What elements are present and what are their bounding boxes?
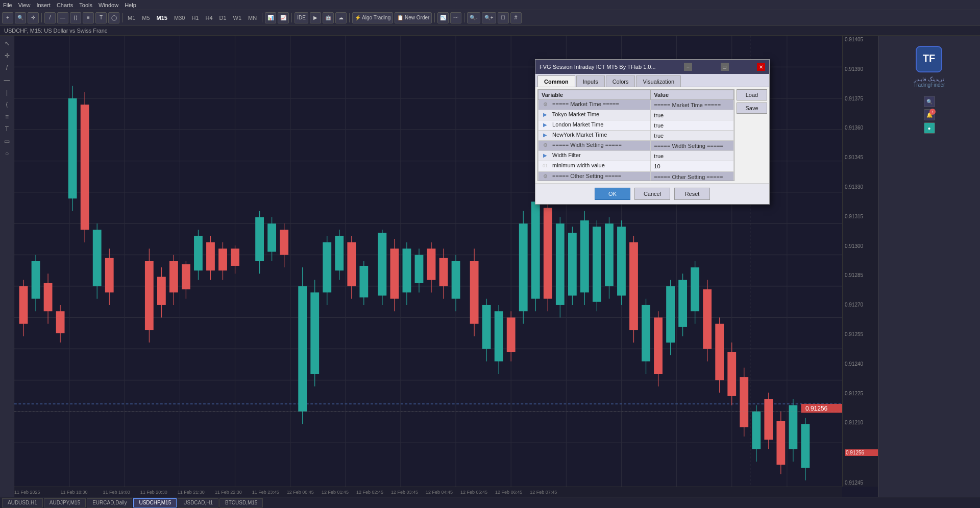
- ellipse-draw-tool[interactable]: ○: [2, 148, 13, 159]
- svg-rect-99: [507, 318, 516, 352]
- ide-btn[interactable]: IDE: [295, 12, 308, 23]
- tab-audusd-h1[interactable]: AUDUSD,H1: [2, 498, 43, 507]
- channel-draw-tool[interactable]: ⟨: [2, 99, 13, 110]
- search-icon-btn[interactable]: 🔍: [924, 96, 935, 107]
- text-draw-tool[interactable]: T: [2, 123, 13, 135]
- chart-area[interactable]: 0.91256 11 Feb 2025 11 Feb 18:30 11 Feb …: [14, 36, 878, 497]
- tf-m1[interactable]: M1: [125, 13, 138, 23]
- variables-table: Variable Value ⚙ ===== M: [538, 90, 734, 181]
- tf-m15[interactable]: M15: [154, 13, 170, 23]
- svg-rect-87: [427, 248, 436, 280]
- menu-view[interactable]: View: [18, 2, 31, 8]
- time-label-0: 11 Feb 2025: [14, 490, 40, 495]
- tab-btcusd-m15[interactable]: BTCUSD,M15: [219, 498, 263, 507]
- dialog-maximize-btn[interactable]: □: [721, 63, 729, 71]
- time-label-3: 11 Feb 20:30: [140, 490, 167, 495]
- branding-arabic: تریدینگ فایندر: [914, 77, 944, 82]
- svg-rect-51: [182, 264, 190, 289]
- line-tool-btn[interactable]: /: [44, 12, 56, 23]
- tab-visualization[interactable]: Visualization: [636, 75, 681, 87]
- cancel-button[interactable]: Cancel: [634, 188, 670, 200]
- tf-m30[interactable]: M30: [172, 13, 187, 23]
- variables-table-wrapper[interactable]: Variable Value ⚙ ===== M: [537, 89, 734, 181]
- new-order-btn[interactable]: 📋 New Order: [395, 12, 432, 23]
- notification-icon-btn[interactable]: 🔔 !: [924, 109, 935, 120]
- load-button[interactable]: Load: [737, 89, 767, 100]
- tab-eurcad-daily[interactable]: EURCAD,Daily: [87, 498, 132, 507]
- col-value: Value: [651, 90, 734, 100]
- tab-usdchf-m15[interactable]: USDCHF,M15: [133, 498, 177, 507]
- svg-rect-71: [323, 242, 331, 292]
- chart-type-btn[interactable]: 📊: [265, 12, 276, 23]
- fib-draw-tool[interactable]: ≡: [2, 111, 13, 122]
- algo-trading-btn[interactable]: ⚡ Algo Trading: [352, 12, 393, 23]
- tick-chart-btn[interactable]: 〰: [450, 12, 461, 23]
- side-buttons: Load Save: [737, 87, 769, 183]
- menu-file[interactable]: File: [3, 2, 12, 8]
- time-label-12: 12 Feb 05:45: [460, 490, 487, 495]
- tab-colors[interactable]: Colors: [606, 75, 635, 87]
- zoom-out-btn[interactable]: 🔍-: [467, 12, 480, 23]
- tab-inputs[interactable]: Inputs: [576, 75, 605, 87]
- shape-tool-btn[interactable]: ◯: [108, 12, 119, 23]
- svg-rect-141: [764, 399, 773, 440]
- cloud-btn[interactable]: ☁: [335, 12, 347, 23]
- svg-rect-137: [740, 377, 748, 427]
- menu-insert[interactable]: Insert: [36, 2, 51, 8]
- connect-icon-btn[interactable]: ●: [924, 122, 935, 134]
- col-variable: Variable: [538, 90, 651, 100]
- tab-audjpy-m15[interactable]: AUDJPY,M15: [44, 498, 86, 507]
- fib-tool-btn[interactable]: ≡: [83, 12, 94, 23]
- dialog-minimize-btn[interactable]: −: [684, 63, 692, 71]
- dialog-close-btn[interactable]: ✕: [757, 63, 765, 71]
- vline-draw-tool[interactable]: |: [2, 87, 13, 98]
- grid-btn[interactable]: #: [510, 12, 522, 23]
- menu-charts[interactable]: Charts: [57, 2, 73, 8]
- settings-dialog[interactable]: FVG Session Intraday ICT MT5 By TFlab 1.…: [535, 59, 770, 205]
- crosshair-tool[interactable]: ✛: [2, 50, 13, 61]
- svg-rect-93: [470, 261, 479, 324]
- crosshair-btn[interactable]: ✛: [28, 12, 39, 23]
- svg-rect-135: [727, 352, 736, 396]
- hline-tool-btn[interactable]: —: [57, 12, 68, 23]
- hline-draw-tool[interactable]: —: [2, 74, 13, 86]
- svg-rect-105: [544, 208, 552, 299]
- ok-button[interactable]: OK: [595, 188, 630, 200]
- tf-d1[interactable]: D1: [217, 13, 229, 23]
- line-draw-tool[interactable]: /: [2, 62, 13, 73]
- tab-usdcad-h1[interactable]: USDCAD,H1: [178, 498, 218, 507]
- objects-btn[interactable]: ☐: [498, 12, 509, 23]
- channel-tool-btn[interactable]: ⟨⟩: [70, 12, 81, 23]
- tf-mn[interactable]: MN: [246, 13, 259, 23]
- svg-rect-73: [335, 236, 344, 271]
- tab-common[interactable]: Common: [537, 75, 575, 87]
- zoom-in2-btn[interactable]: 🔍+: [482, 12, 496, 23]
- svg-rect-47: [157, 277, 166, 305]
- cursor-tool[interactable]: ↖: [2, 38, 13, 49]
- ea-btn[interactable]: 🤖: [323, 12, 334, 23]
- svg-rect-55: [206, 242, 215, 270]
- indicators-btn[interactable]: 📈: [278, 12, 289, 23]
- svg-rect-113: [593, 226, 601, 301]
- menu-window[interactable]: Window: [99, 2, 118, 8]
- tf-w1[interactable]: W1: [231, 13, 244, 23]
- main-layout: ↖ ✛ / — | ⟨ ≡ T ▭ ○: [0, 36, 980, 497]
- dialog-titlebar: FVG Session Intraday ICT MT5 By TFlab 1.…: [535, 60, 769, 74]
- zoom-in-btn[interactable]: 🔍: [15, 12, 26, 23]
- svg-rect-139: [752, 412, 761, 449]
- tf-h4[interactable]: H4: [203, 13, 215, 23]
- svg-text:0.91256: 0.91256: [805, 405, 828, 412]
- rect-draw-tool[interactable]: ▭: [2, 136, 13, 147]
- menu-help[interactable]: Help: [125, 2, 136, 8]
- right-icons: 🔍 🔔 ! ●: [924, 96, 935, 134]
- tf-h1[interactable]: H1: [189, 13, 201, 23]
- tf-m5[interactable]: M5: [139, 13, 152, 23]
- depth-btn[interactable]: 📉: [437, 12, 449, 23]
- script-btn[interactable]: ▶: [310, 12, 321, 23]
- table-row: ▶ Tokyo Market Time true: [538, 110, 734, 120]
- save-button[interactable]: Save: [737, 103, 767, 114]
- reset-button[interactable]: Reset: [674, 188, 710, 200]
- menu-tools[interactable]: Tools: [79, 2, 92, 8]
- new-chart-btn[interactable]: +: [2, 12, 13, 23]
- text-tool-btn[interactable]: T: [95, 12, 107, 23]
